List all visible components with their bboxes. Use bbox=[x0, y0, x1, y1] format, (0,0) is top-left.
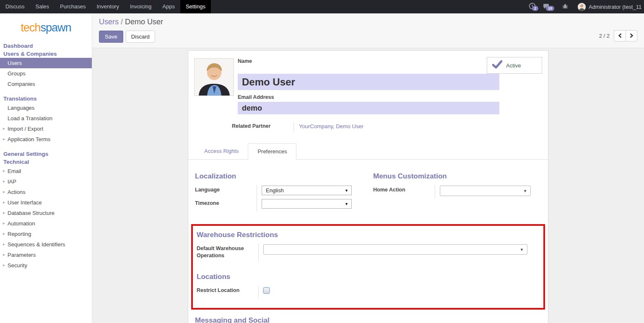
top-navbar: Discuss Sales Purchases Inventory Invoic… bbox=[0, 0, 644, 13]
dropdown-arrow-icon: ▼ bbox=[523, 189, 527, 193]
dropdown-arrow-icon: ▼ bbox=[345, 202, 348, 206]
sidebar-item-label: IAP bbox=[8, 178, 16, 185]
sidebar-item-load-translation[interactable]: Load a Translation bbox=[0, 113, 92, 124]
sidebar-header-dashboard[interactable]: Dashboard bbox=[0, 42, 92, 50]
name-input[interactable] bbox=[238, 74, 499, 90]
sidebar-header-general-settings[interactable]: General Settings bbox=[0, 150, 92, 158]
nav-settings[interactable]: Settings bbox=[180, 0, 211, 13]
messaging-social-title: Messaging and Social bbox=[195, 316, 541, 323]
tab-preferences[interactable]: Preferences bbox=[248, 143, 296, 160]
restrict-location-checkbox[interactable] bbox=[263, 287, 270, 294]
sidebar-header-users-companies[interactable]: Users & Companies bbox=[0, 50, 92, 58]
chevron-right-icon: ▸ bbox=[3, 231, 5, 236]
pager-counter: 2 / 2 bbox=[599, 33, 610, 39]
user-menu[interactable]: Administrator (test_11 bbox=[589, 4, 644, 10]
chevron-right-icon: ▸ bbox=[3, 242, 5, 246]
language-label: Language bbox=[195, 185, 257, 198]
logo-part-2: spawn bbox=[41, 21, 71, 34]
chevron-right-icon bbox=[629, 32, 634, 40]
sidebar-item-application-terms[interactable]: ▸Application Terms bbox=[0, 134, 92, 145]
default-warehouse-combo[interactable]: ▼ bbox=[263, 244, 527, 255]
restrict-location-label: Restrict Location bbox=[197, 285, 259, 299]
home-action-label: Home Action bbox=[373, 185, 435, 198]
timezone-label: Timezone bbox=[195, 198, 257, 212]
user-photo[interactable] bbox=[194, 58, 234, 96]
localization-title: Localization bbox=[195, 172, 368, 181]
locations-title: Locations bbox=[197, 273, 543, 281]
sidebar-item-label: Actions bbox=[8, 189, 26, 195]
sidebar-header-translations[interactable]: Translations bbox=[0, 95, 92, 103]
sidebar-item-parameters[interactable]: ▸Parameters bbox=[0, 250, 92, 260]
breadcrumb-current: Demo User bbox=[125, 18, 163, 26]
sidebar-item-import-export[interactable]: ▸Import / Export bbox=[0, 124, 92, 134]
nav-invoicing[interactable]: Invoicing bbox=[125, 0, 157, 13]
chevron-right-icon: ▸ bbox=[3, 168, 5, 173]
sidebar-header-technical[interactable]: Technical bbox=[0, 158, 92, 166]
activity-count-badge: 2 bbox=[532, 6, 538, 11]
related-partner-row: Related Partner YourCompany, Demo User bbox=[232, 122, 542, 132]
breadcrumb: Users / Demo User bbox=[99, 18, 637, 26]
chevron-right-icon: ▸ bbox=[3, 221, 5, 225]
discard-button[interactable]: Discard bbox=[126, 31, 155, 43]
language-select[interactable]: English ▼ bbox=[262, 186, 352, 195]
sidebar-item-email[interactable]: ▸Email bbox=[0, 166, 92, 176]
breadcrumb-users-link[interactable]: Users bbox=[99, 18, 119, 26]
dropdown-arrow-icon: ▼ bbox=[345, 189, 348, 193]
pager-next-button[interactable] bbox=[626, 30, 637, 41]
warehouse-restrictions-title: Warehouse Restrictions bbox=[197, 231, 543, 239]
sidebar-item-label: Parameters bbox=[8, 252, 36, 258]
debug-button[interactable] bbox=[562, 3, 569, 11]
notebook-tabs: Access Rights Preferences bbox=[188, 143, 548, 160]
user-form-sheet: Name Email Address Active Related Partne… bbox=[188, 50, 548, 323]
sidebar-item-actions[interactable]: ▸Actions bbox=[0, 187, 92, 197]
sidebar-item-label: Email bbox=[8, 168, 21, 174]
sidebar-item-automation[interactable]: ▸Automation bbox=[0, 218, 92, 229]
sidebar-item-label: Reporting bbox=[8, 231, 31, 237]
nav-inventory[interactable]: Inventory bbox=[91, 0, 124, 13]
active-label: Active bbox=[506, 62, 521, 69]
chevron-right-icon: ▸ bbox=[3, 189, 5, 194]
email-input[interactable] bbox=[238, 102, 499, 114]
sidebar-item-label: Automation bbox=[8, 220, 35, 227]
home-action-combo[interactable]: ▼ bbox=[440, 186, 531, 196]
pager-previous-button[interactable] bbox=[614, 30, 626, 41]
check-icon bbox=[492, 60, 502, 70]
menus-customization-title: Menus Customization bbox=[373, 172, 541, 181]
sidebar-item-reporting[interactable]: ▸Reporting bbox=[0, 229, 92, 239]
default-warehouse-label: Default Warehouse Operations bbox=[197, 243, 259, 261]
user-avatar[interactable] bbox=[578, 3, 586, 11]
nav-discuss[interactable]: Discuss bbox=[0, 0, 30, 13]
breadcrumb-separator: / bbox=[121, 18, 123, 26]
sidebar-item-user-interface[interactable]: ▸User Interface bbox=[0, 197, 92, 208]
sidebar-item-label: User Interface bbox=[8, 199, 42, 206]
sidebar-item-languages[interactable]: Languages bbox=[0, 103, 92, 113]
sidebar-item-security[interactable]: ▸Security bbox=[0, 260, 92, 271]
activities-button[interactable]: 2 bbox=[529, 3, 536, 11]
sidebar-item-sequences-identifiers[interactable]: ▸Sequences & Identifiers bbox=[0, 239, 92, 250]
related-partner-link[interactable]: YourCompany, Demo User bbox=[294, 122, 364, 132]
email-label: Email Address bbox=[238, 94, 542, 100]
chevron-right-icon: ▸ bbox=[3, 137, 5, 141]
sidebar-item-companies[interactable]: Companies bbox=[0, 79, 92, 89]
chevron-right-icon: ▸ bbox=[3, 200, 5, 204]
timezone-select[interactable]: ▼ bbox=[262, 199, 352, 209]
messages-button[interactable]: 10 bbox=[543, 3, 555, 11]
tab-access-rights[interactable]: Access Rights bbox=[195, 143, 248, 159]
nav-apps[interactable]: Apps bbox=[157, 0, 180, 13]
control-panel: Users / Demo User Save Discard 2 / 2 bbox=[92, 13, 644, 48]
message-count-badge: 10 bbox=[546, 6, 554, 11]
related-partner-label: Related Partner bbox=[232, 122, 294, 132]
sidebar-item-database-structure[interactable]: ▸Database Structure bbox=[0, 208, 92, 218]
active-toggle-button[interactable]: Active bbox=[487, 57, 542, 74]
save-button[interactable]: Save bbox=[99, 31, 123, 43]
sidebar-item-users[interactable]: Users bbox=[0, 58, 92, 68]
chevron-left-icon bbox=[618, 32, 622, 40]
nav-purchases[interactable]: Purchases bbox=[55, 0, 91, 13]
sidebar-item-iap[interactable]: ▸IAP bbox=[0, 176, 92, 187]
dropdown-arrow-icon: ▼ bbox=[520, 248, 524, 252]
sidebar-item-groups[interactable]: Groups bbox=[0, 68, 92, 79]
company-logo[interactable]: techspawn bbox=[0, 13, 92, 42]
sidebar-item-label: Database Structure bbox=[8, 210, 55, 216]
nav-sales[interactable]: Sales bbox=[30, 0, 55, 13]
sidebar-item-label: Sequences & Identifiers bbox=[8, 241, 65, 248]
